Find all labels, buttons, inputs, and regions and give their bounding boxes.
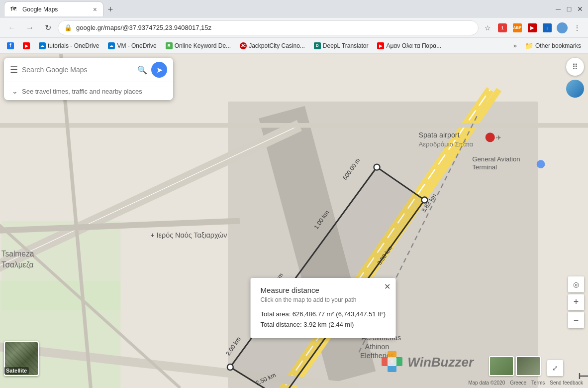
bookmarks-more-button[interactable]: »	[513, 42, 517, 49]
measure-area-row: Total area: 626,486.77 m² (6,743,447.51 …	[261, 309, 386, 320]
bookmark-star-button[interactable]: ☆	[481, 21, 494, 35]
bookmarks-bar: f ▶ ☁ tutorials - OneDrive ☁ VM - OneDri…	[0, 38, 588, 54]
minimize-button[interactable]: ─	[554, 5, 562, 13]
map-right-controls: ◎ + −	[568, 276, 584, 328]
bookmark-youtube2[interactable]: ▶ Αμαν Ολα τα Παρα...	[374, 41, 444, 50]
zoom-out-button[interactable]: −	[568, 312, 584, 328]
tab-favicon: 🗺	[10, 5, 18, 13]
reload-button[interactable]: ↻	[40, 20, 56, 36]
tab-close-button[interactable]: ×	[93, 5, 97, 13]
ext-blue-icon[interactable]: ↓	[540, 21, 554, 35]
map-terms-link[interactable]: Terms	[531, 380, 545, 386]
bookmark-onedrive1[interactable]: ☁ tutorials - OneDrive	[36, 41, 102, 50]
bookmark-jackpot[interactable]: JC JackpotCity Casino...	[237, 41, 308, 50]
keyword-favicon: R	[166, 42, 173, 49]
bookmark-jackpot-label: JackpotCity Casino...	[249, 42, 305, 49]
google-apps-button[interactable]: ⠿	[566, 58, 584, 76]
jackpot-favicon: JC	[240, 42, 247, 49]
distance-label: Total distance:	[261, 321, 302, 328]
facebook-favicon: f	[7, 42, 14, 49]
svg-point-38	[537, 160, 545, 168]
title-bar: 🗺 Google Maps × + ─ □ ✕	[0, 0, 588, 18]
winbuzzer-icon	[381, 350, 404, 374]
area-metric: 626,486.77 m²	[293, 310, 334, 318]
directions-button[interactable]: ➤	[151, 62, 167, 78]
travel-hint-row[interactable]: ⌄ See travel times, traffic and nearby p…	[4, 82, 173, 100]
onedrive1-favicon: ☁	[39, 42, 46, 49]
svg-text:Terminal: Terminal	[472, 163, 497, 171]
satellite-label: Satellite	[4, 367, 29, 374]
map-country: Greece	[510, 380, 526, 386]
bookmark-deepl-label: DeepL Translator	[323, 42, 369, 49]
navigation-bar: ← → ↻ 🔒 google.gr/maps/@37.9374725,23.94…	[0, 18, 588, 38]
bookmark-youtube2-label: Αμαν Ολα τα Παρα...	[386, 42, 441, 49]
bookmark-onedrive2[interactable]: ☁ VM - OneDrive	[105, 41, 159, 50]
deepl-favicon: D	[314, 42, 321, 49]
map-bottom-bar: Map data ©2020 Greece Terms Send feedbac…	[0, 377, 588, 388]
imagery-controls	[489, 356, 541, 376]
map-data-text: Map data ©2020	[468, 380, 505, 386]
svg-text:+ Ιερός Ναός Ταξιαρχών: + Ιερός Ναός Ταξιαρχών	[150, 231, 227, 239]
user-avatar-button[interactable]	[566, 80, 584, 98]
svg-text:Tsalmeza: Tsalmeza	[1, 250, 34, 258]
measure-distance-popup: ✕ Measure distance Click on the map to a…	[251, 278, 396, 338]
ext-red-icon[interactable]: 1	[495, 21, 509, 35]
map-search-input[interactable]	[22, 66, 133, 74]
location-button[interactable]: ◎	[568, 276, 584, 292]
svg-text:Τσαλμεζα: Τσαλμεζα	[1, 260, 34, 269]
svg-text:Αεροδρόμιο Σπάτα: Αεροδρόμιο Σπάτα	[418, 140, 473, 148]
svg-text:Spata airport: Spata airport	[418, 131, 459, 139]
onedrive2-favicon: ☁	[108, 42, 115, 49]
svg-point-17	[374, 164, 380, 170]
expand-button[interactable]: ⤢	[547, 360, 563, 376]
hamburger-menu-button[interactable]: ☰	[10, 64, 18, 75]
area-imperial-val: (6,743,447.51 ft²)	[336, 310, 386, 318]
svg-point-34	[486, 132, 495, 142]
svg-point-20	[227, 364, 233, 370]
close-window-button[interactable]: ✕	[576, 5, 584, 13]
other-bookmarks-button[interactable]: 📁 Other bookmarks	[522, 41, 584, 51]
measure-distance-row: Total distance: 3.92 km (2.44 mi)	[261, 320, 386, 330]
distance-val: 3.92 km (2.44 mi)	[303, 321, 354, 328]
bookmark-facebook[interactable]: f	[4, 41, 17, 50]
terrain-button[interactable]	[489, 356, 514, 376]
ext-orange-icon[interactable]: ABP	[510, 21, 524, 35]
measure-title: Measure distance	[261, 286, 386, 294]
browser-frame: 🗺 Google Maps × + ─ □ ✕ ← → ↻ 🔒 google.g…	[0, 0, 588, 388]
bookmark-keyword[interactable]: R Online Keyword De...	[163, 41, 234, 50]
send-feedback-link[interactable]: Send feedback	[550, 380, 583, 386]
svg-text:Athinon: Athinon	[365, 343, 390, 351]
security-lock-icon: 🔒	[64, 24, 72, 31]
map-search-panel: ☰ 🔍 ➤ ⌄ See travel times, traffic and ne…	[4, 58, 173, 100]
winbuzzer-logo: WinBuzzer	[381, 350, 474, 374]
maximize-button[interactable]: □	[565, 5, 573, 13]
tab-bar: 🗺 Google Maps × +	[4, 1, 552, 16]
search-row: ☰ 🔍 ➤	[4, 58, 173, 82]
measure-close-button[interactable]: ✕	[384, 282, 391, 291]
forward-button[interactable]: →	[22, 20, 38, 36]
back-button[interactable]: ←	[4, 20, 20, 36]
bookmark-youtube1[interactable]: ▶	[20, 41, 33, 50]
svg-text:General Aviation: General Aviation	[472, 155, 520, 163]
new-tab-button[interactable]: +	[103, 2, 117, 16]
profile-icon[interactable]	[555, 21, 569, 35]
map-container[interactable]: 500.00 m 3.82 km 1.00 km 1.50 km 2.00 km…	[0, 54, 588, 388]
bookmark-onedrive2-label: VM - OneDrive	[117, 42, 156, 49]
svg-rect-53	[388, 357, 396, 366]
measure-subtitle: Click on the map to add to your path	[261, 296, 386, 303]
bookmark-keyword-label: Online Keyword De...	[175, 42, 231, 49]
map-type-button[interactable]	[516, 356, 541, 376]
active-tab[interactable]: 🗺 Google Maps ×	[4, 1, 103, 16]
youtube-favicon: ▶	[23, 42, 30, 49]
map-top-right-controls: ⠿	[566, 58, 584, 98]
measure-data: Total area: 626,486.77 m² (6,743,447.51 …	[261, 309, 386, 330]
bookmark-onedrive1-label: tutorials - OneDrive	[48, 42, 99, 49]
address-text: google.gr/maps/@37.9374725,23.9408017,15…	[76, 24, 472, 31]
more-menu-button[interactable]: ⋮	[570, 21, 584, 35]
address-bar[interactable]: 🔒 google.gr/maps/@37.9374725,23.9408017,…	[58, 20, 479, 35]
tab-title: Google Maps	[22, 6, 58, 13]
search-button[interactable]: 🔍	[137, 65, 147, 75]
zoom-in-button[interactable]: +	[568, 294, 584, 310]
bookmark-deepl[interactable]: D DeepL Translator	[311, 41, 372, 50]
ext-red2-icon[interactable]: ▶	[525, 21, 539, 35]
